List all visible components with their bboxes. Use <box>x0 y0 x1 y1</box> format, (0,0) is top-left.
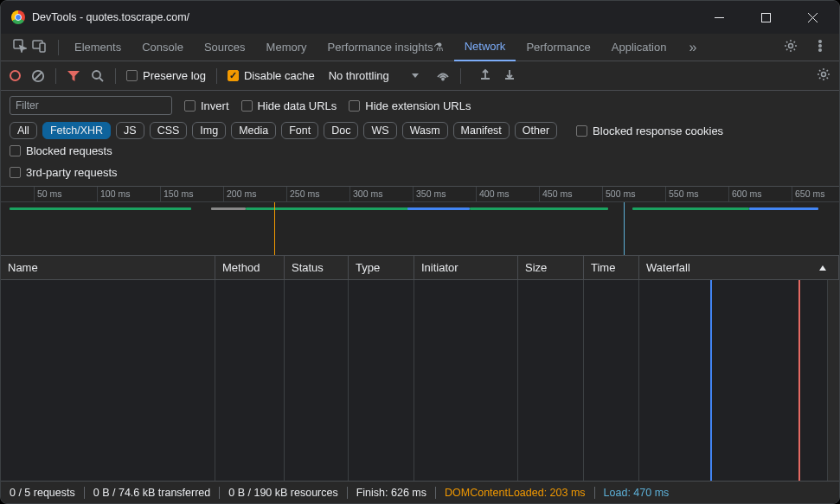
upload-har-icon[interactable] <box>478 67 492 84</box>
timeline-tick: 350 ms <box>416 188 446 199</box>
grid-headers[interactable]: NameMethodStatusTypeInitiatorSizeTimeWat… <box>1 256 839 280</box>
network-conditions-icon[interactable] <box>436 67 450 84</box>
svg-point-10 <box>819 49 822 52</box>
timeline-tick: 200 ms <box>227 188 256 199</box>
disable-cache-checkbox[interactable]: Disable cache <box>228 69 315 82</box>
status-requests: 0 / 5 requests <box>10 487 75 499</box>
load-marker <box>624 202 625 256</box>
timeline-tick: 550 ms <box>669 188 698 199</box>
timeline-tick: 500 ms <box>606 188 635 199</box>
filter-pill-img[interactable]: Img <box>192 122 226 139</box>
hide-data-urls-checkbox[interactable]: Hide data URLs <box>241 99 337 112</box>
tab-network[interactable]: Network <box>454 34 516 61</box>
filter-pill-all[interactable]: All <box>10 122 37 139</box>
timeline-tick: 650 ms <box>795 188 824 199</box>
download-har-icon[interactable] <box>503 67 516 84</box>
record-button[interactable] <box>10 70 21 81</box>
filter-pill-wasm[interactable]: Wasm <box>402 122 448 139</box>
filter-pill-manifest[interactable]: Manifest <box>453 122 510 139</box>
dcl-marker <box>274 202 275 256</box>
status-dcl: DOMContentLoaded: 203 ms <box>445 487 586 499</box>
settings-button[interactable] <box>777 39 805 55</box>
column-header-initiator[interactable]: Initiator <box>414 256 518 279</box>
tab-console[interactable]: Console <box>131 34 194 61</box>
preserve-log-label: Preserve log <box>143 69 206 82</box>
svg-rect-1 <box>761 13 770 22</box>
filter-pill-media[interactable]: Media <box>231 122 276 139</box>
blocked-cookies-checkbox[interactable]: Blocked response cookies <box>576 124 723 137</box>
timeline-tick: 450 ms <box>542 188 572 199</box>
filter-input[interactable] <box>10 96 172 115</box>
tab-performance[interactable]: Performance <box>516 34 600 61</box>
filter-pill-js[interactable]: JS <box>116 122 144 139</box>
tab-sources[interactable]: Sources <box>194 34 256 61</box>
tab-performance-insights[interactable]: Performance insights ⚗ <box>317 34 454 61</box>
maximize-button[interactable] <box>746 4 785 30</box>
kebab-menu-button[interactable] <box>806 39 834 55</box>
filter-pill-ws[interactable]: WS <box>363 122 396 139</box>
scrollbar[interactable] <box>827 280 839 481</box>
svg-line-12 <box>35 72 42 80</box>
timeline-tick: 150 ms <box>164 188 193 199</box>
timeline-overview[interactable]: 50 ms100 ms150 ms200 ms250 ms300 ms350 m… <box>1 187 839 256</box>
svg-rect-6 <box>40 43 45 52</box>
requests-grid[interactable] <box>1 280 839 481</box>
invert-checkbox[interactable]: Invert <box>184 99 229 112</box>
inspect-icon[interactable] <box>13 39 27 55</box>
column-header-time[interactable]: Time <box>584 256 639 279</box>
svg-point-7 <box>789 44 793 48</box>
close-button[interactable] <box>792 4 832 30</box>
third-party-checkbox[interactable]: 3rd-party requests <box>10 166 118 179</box>
timeline-tick: 600 ms <box>732 188 761 199</box>
chrome-icon <box>11 10 25 24</box>
waterfall-dcl-line <box>710 280 712 481</box>
status-bar: 0 / 5 requests 0 B / 74.6 kB transferred… <box>1 481 839 503</box>
svg-point-15 <box>442 79 444 80</box>
status-finish: Finish: 626 ms <box>356 487 426 499</box>
column-header-waterfall[interactable]: Waterfall <box>639 256 839 279</box>
filter-pill-font[interactable]: Font <box>281 122 318 139</box>
tab-application[interactable]: Application <box>601 34 677 61</box>
network-toolbar: Preserve log Disable cache No throttling <box>1 61 839 91</box>
network-settings-button[interactable] <box>817 67 830 84</box>
column-header-type[interactable]: Type <box>349 256 414 279</box>
waterfall-load-line <box>798 280 800 481</box>
tab-elements[interactable]: Elements <box>64 34 131 61</box>
timeline-tick: 400 ms <box>479 188 509 199</box>
minimize-button[interactable] <box>699 4 739 30</box>
disable-cache-label: Disable cache <box>244 69 315 82</box>
filter-pill-fetch-xhr[interactable]: Fetch/XHR <box>42 122 111 139</box>
more-tabs-button[interactable]: » <box>682 40 703 55</box>
svg-point-8 <box>819 41 822 43</box>
timeline-tick: 100 ms <box>100 188 130 199</box>
throttling-value: No throttling <box>329 69 389 82</box>
svg-point-13 <box>93 71 100 79</box>
search-button[interactable] <box>91 69 105 83</box>
column-header-size[interactable]: Size <box>518 256 584 279</box>
filter-bar: Invert Hide data URLs Hide extension URL… <box>1 91 839 187</box>
column-header-name[interactable]: Name <box>1 256 215 279</box>
timeline-tick: 50 ms <box>37 188 62 199</box>
column-header-status[interactable]: Status <box>285 256 349 279</box>
timeline-tick: 300 ms <box>353 188 382 199</box>
device-icon[interactable] <box>32 39 46 55</box>
preserve-log-checkbox[interactable]: Preserve log <box>126 69 206 82</box>
timeline-tick: 250 ms <box>290 188 319 199</box>
tab-memory[interactable]: Memory <box>256 34 317 61</box>
blocked-requests-checkbox[interactable]: Blocked requests <box>10 144 112 157</box>
filter-pill-other[interactable]: Other <box>515 122 557 139</box>
throttling-select[interactable]: No throttling <box>325 69 419 82</box>
svg-point-9 <box>819 45 822 48</box>
status-resources: 0 B / 190 kB resources <box>228 487 337 499</box>
filter-pill-doc[interactable]: Doc <box>324 122 358 139</box>
clear-button[interactable] <box>31 69 45 83</box>
titlebar: DevTools - quotes.toscrape.com/ <box>1 1 839 34</box>
column-header-method[interactable]: Method <box>215 256 285 279</box>
window-title: DevTools - quotes.toscrape.com/ <box>32 11 692 23</box>
devtools-tabbar: ElementsConsoleSourcesMemoryPerformance … <box>1 34 839 61</box>
filter-toggle-icon[interactable] <box>67 69 80 83</box>
filter-pill-css[interactable]: CSS <box>150 122 188 139</box>
svg-point-16 <box>822 73 826 77</box>
status-transferred: 0 B / 74.6 kB transferred <box>93 487 211 499</box>
hide-extension-urls-checkbox[interactable]: Hide extension URLs <box>349 99 471 112</box>
